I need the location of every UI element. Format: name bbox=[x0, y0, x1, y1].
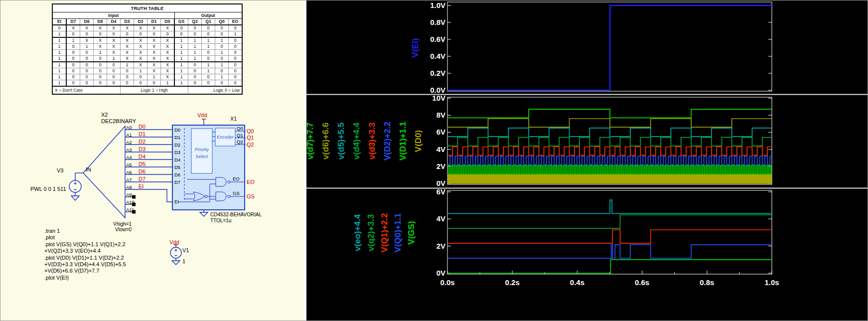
net-label-vdd-v1[interactable]: Vdd bbox=[169, 239, 179, 245]
x1-pin-gs: GS bbox=[233, 190, 240, 196]
net-label-ei[interactable]: EI bbox=[139, 183, 144, 189]
x2-pin-a0: A0 bbox=[126, 125, 132, 130]
net-label-d1[interactable]: D1 bbox=[139, 131, 145, 137]
net-label-vdd-x1[interactable]: Vdd bbox=[197, 112, 207, 118]
v1-value[interactable]: 1 bbox=[182, 258, 185, 264]
net-label-q1[interactable]: Q1 bbox=[247, 135, 254, 141]
x2-refdes[interactable]: X2 bbox=[101, 112, 108, 118]
gnd-x1[interactable] bbox=[200, 210, 208, 216]
waveform-pane: 1.0V0.8V0.6V0.4V0.2V0.0VV(EI)10V8V6V4V2V… bbox=[306, 0, 868, 321]
x2-pin-a9: A9 bbox=[126, 192, 132, 197]
x2-pin-a4: A4 bbox=[126, 155, 132, 160]
trace-vd555 bbox=[447, 128, 772, 137]
trace-label-vd666[interactable]: v(d6)+6.6 bbox=[321, 123, 330, 160]
trace-vd333 bbox=[447, 147, 772, 156]
ground-icon bbox=[200, 212, 208, 216]
x1-model-name[interactable]: CD4532-BEHAVORIAL bbox=[210, 212, 262, 217]
x2-pin-a5: A5 bbox=[126, 162, 132, 167]
x1-pin-eo: EO bbox=[233, 176, 240, 181]
spice-directive-line[interactable]: .tran 1 bbox=[44, 228, 126, 234]
net-label-d0[interactable]: D0 bbox=[139, 124, 145, 130]
x2-name[interactable]: DEC2BINARY bbox=[101, 118, 137, 124]
ytick-label: 4V bbox=[436, 145, 445, 154]
trace-label-vq233[interactable]: v(q2)+3.3 bbox=[366, 214, 376, 251]
net-label-d6[interactable]: D6 bbox=[139, 168, 145, 174]
ytick-label: 6V bbox=[436, 187, 445, 196]
net-label-eo[interactable]: EO bbox=[247, 179, 255, 185]
spice-directive-line[interactable]: .plot V(GS) V(Q0)+1.1 V(Q1)+2.2 bbox=[44, 241, 126, 248]
schematic-pane[interactable]: X2 DEC2BINARY A0A1A2A3A4A5A6A7A8A9A10A11… bbox=[0, 0, 304, 321]
net-label-d2[interactable]: D2 bbox=[139, 139, 145, 145]
x2-pin-a8: A8 bbox=[126, 184, 132, 190]
x2-pins[interactable]: A0A1A2A3A4A5A6A7A8A9A10A11 bbox=[125, 125, 172, 214]
net-label-d3[interactable]: D3 bbox=[139, 146, 145, 152]
x1-pin-d0: D0 bbox=[174, 127, 180, 133]
trace-vd777 bbox=[447, 109, 772, 118]
trace-label-vd0[interactable]: V(D0) bbox=[414, 130, 423, 152]
v1-refdes[interactable]: V1 bbox=[182, 247, 189, 253]
truth-table-grid: TRUTH TABLEInputOutputEID7D6D5D4D3D2D1D0… bbox=[52, 3, 243, 95]
x1-refdes[interactable]: X1 bbox=[230, 116, 237, 122]
trace-label-vd555[interactable]: v(d5)+5.5 bbox=[336, 123, 346, 160]
ytick-label: 0.2V bbox=[430, 69, 445, 77]
net-label-d7[interactable]: D7 bbox=[139, 176, 145, 182]
spice-directive-line[interactable]: +V(D3)+3.3 V(D4)+4.4 V(D5)+5.5 bbox=[44, 261, 126, 268]
app-window: X2 DEC2BINARY A0A1A2A3A4A5A6A7A8A9A10A11… bbox=[0, 0, 868, 321]
trace-veo44 bbox=[447, 200, 772, 213]
x2-pin-a10: A10 bbox=[126, 199, 135, 205]
trace-label-vd777[interactable]: v(d7)+7.7 bbox=[306, 123, 315, 160]
vdd-flag-x1[interactable] bbox=[202, 119, 206, 125]
spice-directive-line[interactable]: .plot V(D0) V(D1)+1.1 V(D2)+2.2 bbox=[44, 255, 126, 261]
trace-label-vd222[interactable]: V(D2)+2.2 bbox=[383, 122, 392, 160]
ytick-label: 2V bbox=[436, 242, 445, 250]
ytick-label: 0V bbox=[436, 179, 445, 187]
x1-pin-ei: EI bbox=[174, 199, 179, 204]
waveform-plots: 1.0V0.8V0.6V0.4V0.2V0.0VV(EI)10V8V6V4V2V… bbox=[306, 0, 868, 321]
v3-refdes[interactable]: V3 bbox=[57, 167, 63, 173]
net-labels-inputs[interactable]: D0D1D2D3D4D5D6D7EI bbox=[139, 124, 145, 189]
ytick-label: 10V bbox=[432, 94, 445, 102]
trace-vei bbox=[447, 5, 772, 90]
net-label-gs[interactable]: GS bbox=[247, 193, 255, 199]
trace-label-veo44[interactable]: v(eo)+4.4 bbox=[353, 214, 362, 251]
x1-pin-d7: D7 bbox=[174, 179, 180, 185]
trace-label-vd444[interactable]: v(d4)+4.4 bbox=[352, 122, 361, 160]
trace-vgs bbox=[447, 260, 772, 273]
trace-vd0 bbox=[447, 175, 772, 183]
trace-vq233 bbox=[447, 215, 772, 228]
ytick-label: 0.0V bbox=[430, 86, 445, 94]
x1-pin-q0: Q0 bbox=[237, 126, 243, 131]
x1-param-ttol[interactable]: TTOL=1u bbox=[210, 218, 231, 223]
net-label-q2[interactable]: Q2 bbox=[247, 142, 254, 148]
v3-value[interactable]: PWL 0 0 1 511 bbox=[30, 186, 66, 192]
spice-directive-line[interactable]: .plot bbox=[44, 234, 126, 241]
v1-source[interactable] bbox=[170, 245, 181, 265]
x2-pin-a11: A11 bbox=[126, 207, 134, 212]
net-label-d5[interactable]: D5 bbox=[139, 161, 145, 167]
net-label-in[interactable]: IN bbox=[86, 166, 91, 172]
x1-pin-d2: D2 bbox=[174, 142, 180, 148]
ytick-label: 0.6V bbox=[430, 35, 445, 43]
trace-label-vd111[interactable]: V(D1)+1.1 bbox=[398, 122, 408, 160]
trace-label-vq122[interactable]: V(Q1)+2.2 bbox=[380, 213, 389, 253]
trace-vq011 bbox=[447, 245, 772, 258]
net-label-q0[interactable]: Q0 bbox=[247, 128, 254, 134]
trace-label-vgs[interactable]: V(GS) bbox=[407, 221, 416, 244]
spice-directive-line[interactable]: +V(D6)+6.6 V(D7)+7.7 bbox=[44, 268, 126, 274]
x1-cd4532-symbol[interactable] bbox=[172, 125, 245, 210]
xtick-label: 0.4s bbox=[570, 278, 584, 287]
xtick-label: 0.2s bbox=[505, 278, 520, 287]
trace-label-vd333[interactable]: v(d3)+3.3 bbox=[367, 123, 377, 160]
spice-directive-line[interactable]: +V(Q2)+3.3 V(EO)+4.4 bbox=[44, 248, 126, 254]
x1-priority-label-2: Select bbox=[195, 154, 208, 159]
spice-directives[interactable]: .tran 1.plot.plot V(GS) V(Q0)+1.1 V(Q1)+… bbox=[44, 228, 126, 281]
x1-encoder-label: Encoder bbox=[217, 135, 234, 140]
v3-source[interactable] bbox=[69, 173, 83, 200]
trace-label-vq011[interactable]: V(Q0)+1.1 bbox=[393, 213, 403, 253]
spice-directive-line[interactable]: .plot V(EI) bbox=[44, 275, 126, 281]
x2-param-vhigh[interactable]: Vhigh=1 bbox=[113, 221, 132, 227]
trace-label-vei[interactable]: V(EI) bbox=[411, 38, 420, 58]
x1-priority-label-1: Priority bbox=[195, 147, 209, 152]
x1-pin-q1: Q1 bbox=[237, 133, 243, 138]
net-label-d4[interactable]: D4 bbox=[139, 154, 145, 160]
